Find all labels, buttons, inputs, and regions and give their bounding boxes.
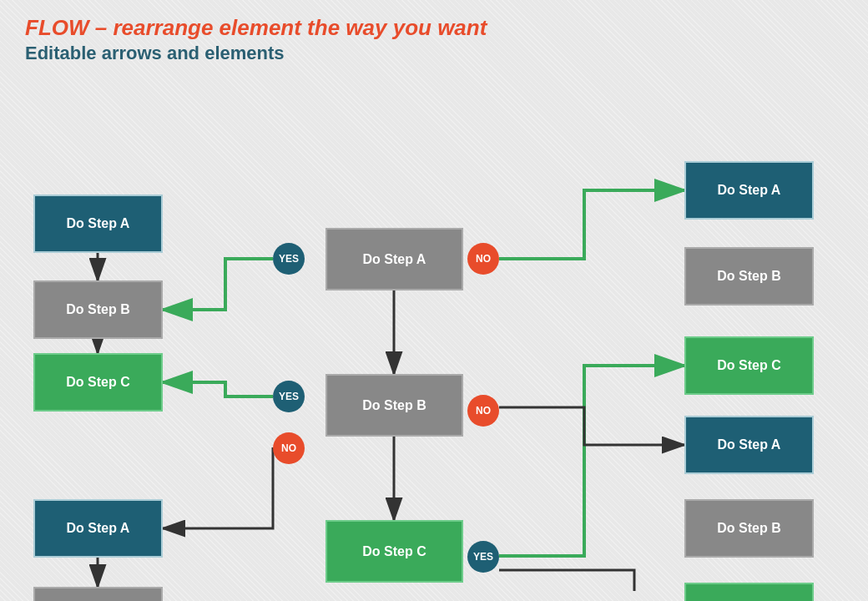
badge-no1: NO [467,243,499,275]
node-right_c2[interactable]: Do Step C [684,583,814,601]
flow-area: Do Step ADo Step BDo Step CDo Step ADo S… [0,73,868,591]
page-title: FLOW – rearrange element the way you wan… [25,15,843,41]
page-subtitle: Editable arrows and elements [25,43,843,64]
node-right_c[interactable]: Do Step C [684,336,814,395]
node-right_a[interactable]: Do Step A [684,161,814,220]
badge-yes1: YES [273,243,305,275]
badge-yes3: YES [467,541,499,573]
node-right_b[interactable]: Do Step B [684,247,814,306]
badge-no3: NO [467,395,499,427]
node-left_a[interactable]: Do Step A [33,194,163,253]
badge-no2: NO [273,432,305,464]
header: FLOW – rearrange element the way you wan… [0,0,868,69]
badge-yes2: YES [273,381,305,412]
node-left_b2[interactable]: Do Step B [33,587,163,601]
node-left_a2[interactable]: Do Step A [33,499,163,558]
node-center_b[interactable]: Do Step B [326,374,463,437]
node-center_c[interactable]: Do Step C [326,520,463,583]
node-right_a2[interactable]: Do Step A [684,416,814,474]
node-left_b[interactable]: Do Step B [33,280,163,339]
node-left_c[interactable]: Do Step C [33,353,163,412]
node-center_a[interactable]: Do Step A [326,228,463,290]
node-right_b2[interactable]: Do Step B [684,499,814,558]
